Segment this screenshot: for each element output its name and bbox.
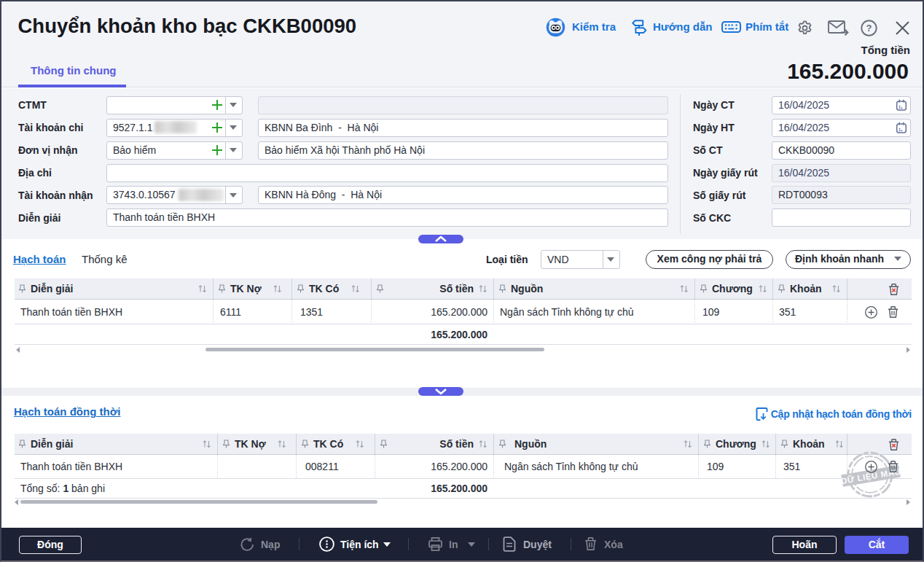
svg-text:?: ? bbox=[866, 23, 872, 34]
